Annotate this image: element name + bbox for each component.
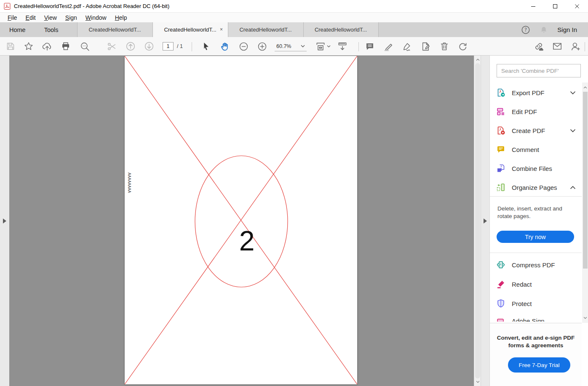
scrollbar-thumb[interactable] [475, 63, 480, 378]
sidebar-scrollbar[interactable] [582, 83, 588, 323]
search-icon[interactable] [78, 39, 92, 53]
zoom-in-icon[interactable] [255, 39, 269, 53]
tab-document-2-active[interactable]: CreatedHelloworldT... × [152, 22, 228, 37]
sidebar-item-combine-files[interactable]: Combine Files [496, 159, 576, 178]
export-pdf-icon [496, 88, 506, 98]
sign-in-button[interactable]: Sign In [557, 26, 577, 33]
tab-document-3[interactable]: CreatedHelloworldT... [228, 22, 303, 37]
minimize-button[interactable] [522, 0, 544, 13]
svg-text:?: ? [524, 27, 527, 33]
try-now-button[interactable]: Try now [497, 231, 574, 243]
comment-tool-icon[interactable] [363, 39, 377, 53]
menu-window[interactable]: Window [81, 13, 111, 22]
chevron-down-icon[interactable] [570, 129, 576, 133]
zoom-level-value: 60.7% [276, 43, 291, 49]
menu-view[interactable]: View [40, 13, 61, 22]
scroll-down-icon[interactable] [474, 378, 481, 385]
adobe-pdf-app-icon [4, 3, 11, 10]
sidebar-scrollbar-thumb[interactable] [583, 92, 588, 269]
main-toolbar: / 1 60.7% [0, 37, 588, 56]
snapshot-scissors-icon[interactable] [104, 39, 119, 53]
menu-file[interactable]: File [3, 13, 21, 22]
comment-icon [496, 144, 506, 154]
notification-bell-icon[interactable] [540, 26, 548, 34]
upsell-panel: Convert, edit and e-sign PDF forms & agr… [490, 323, 582, 386]
next-page-icon[interactable] [142, 39, 156, 53]
sidebar-item-adobe-sign[interactable]: Adobe Sign [496, 317, 576, 322]
tab-bar: Home Tools CreatedHelloworldT... Created… [0, 22, 588, 37]
tools-search-input[interactable] [497, 64, 581, 77]
combine-files-icon [496, 163, 506, 173]
chevron-down-icon [301, 45, 305, 48]
tab-document-4[interactable]: CreatedHelloworldT... [303, 22, 379, 37]
sidebar-item-create-pdf[interactable]: Create PDF [496, 121, 576, 140]
compress-pdf-icon [496, 260, 506, 270]
navigation-pane-strip[interactable] [0, 56, 9, 386]
save-icon[interactable] [3, 39, 18, 53]
menu-sign[interactable]: Sign [61, 13, 81, 22]
protect-shield-icon [496, 298, 506, 309]
email-icon[interactable] [550, 39, 564, 53]
page-graphics: 2 [125, 56, 357, 384]
zoom-level-dropdown[interactable]: 60.7% [275, 41, 307, 51]
rotate-page-icon[interactable] [455, 39, 470, 53]
document-scrollbar[interactable] [474, 56, 481, 386]
vertical-text-annotation: AAAAAAAA [127, 173, 131, 193]
sidebar-item-redact[interactable]: Redact [496, 275, 576, 293]
page-number-input[interactable] [163, 42, 174, 51]
tab-close-icon[interactable]: × [219, 27, 225, 32]
maximize-button[interactable] [544, 0, 566, 13]
title-bar: CreatedHelloworldTest2.pdf - Adobe Acrob… [0, 0, 588, 13]
close-button[interactable] [566, 0, 588, 13]
collapse-right-pane-icon[interactable] [484, 218, 487, 224]
fit-width-dropdown-icon[interactable] [313, 39, 332, 53]
zoom-out-icon[interactable] [236, 39, 251, 53]
free-trial-button[interactable]: Free 7-Day Trial [508, 357, 570, 373]
sidebar-scroll-down-icon[interactable] [582, 314, 588, 321]
help-icon[interactable]: ? [521, 25, 530, 35]
chevron-up-icon[interactable] [570, 186, 576, 189]
fill-sign-icon[interactable] [399, 39, 414, 53]
star-favorite-icon[interactable] [21, 39, 36, 53]
sidebar-item-protect[interactable]: Protect [496, 294, 576, 313]
tabbar-right-controls: ? Sign In [521, 22, 588, 37]
share-with-others-icon[interactable] [568, 39, 583, 53]
organize-pages-description: Delete, insert, extract and rotate pages… [497, 205, 573, 220]
page-scrolling-icon[interactable] [335, 39, 350, 53]
main-area: 2 AAAAAAAA Export PDF [0, 56, 588, 386]
edit-page-icon[interactable] [418, 39, 433, 53]
highlighter-icon[interactable] [381, 39, 396, 53]
redact-icon [496, 279, 506, 289]
create-pdf-icon [496, 125, 506, 136]
document-area[interactable]: 2 AAAAAAAA [9, 56, 474, 386]
acrobat-reader-window: CreatedHelloworldTest2.pdf - Adobe Acrob… [0, 0, 588, 386]
tab-home[interactable]: Home [0, 22, 35, 37]
edit-pdf-icon [496, 106, 506, 117]
sidebar-item-comment[interactable]: Comment [496, 140, 576, 159]
pdf-page[interactable]: 2 AAAAAAAA [125, 56, 357, 384]
sidebar-item-export-pdf[interactable]: Export PDF [496, 83, 576, 102]
sidebar-item-organize-pages[interactable]: Organize Pages [496, 178, 576, 197]
tools-pane-strip[interactable] [481, 56, 489, 386]
scroll-up-icon[interactable] [474, 56, 481, 63]
sidebar-item-compress-pdf[interactable]: Compress PDF [496, 256, 576, 274]
chevron-down-icon[interactable] [570, 91, 576, 95]
window-title: CreatedHelloworldTest2.pdf - Adobe Acrob… [14, 3, 169, 9]
delete-trash-icon[interactable] [437, 39, 452, 53]
page-center-number: 2 [239, 225, 255, 256]
page-count-label: / 1 [177, 43, 183, 49]
previous-page-icon[interactable] [123, 39, 138, 53]
tab-tools[interactable]: Tools [35, 22, 68, 37]
hand-tool-icon[interactable] [218, 39, 232, 53]
menu-edit[interactable]: Edit [21, 13, 40, 22]
tab-document-1[interactable]: CreatedHelloworldT... [77, 22, 152, 37]
sidebar-scroll-up-icon[interactable] [582, 84, 588, 91]
share-cloud-upload-icon[interactable] [40, 39, 54, 53]
menu-help[interactable]: Help [111, 13, 131, 22]
print-icon[interactable] [59, 39, 73, 53]
expand-left-pane-icon[interactable] [3, 218, 6, 224]
select-tool-icon[interactable] [199, 39, 213, 53]
sidebar-item-edit-pdf[interactable]: Edit PDF [496, 102, 576, 121]
organize-pages-icon [496, 182, 506, 192]
share-link-icon[interactable] [532, 39, 546, 53]
